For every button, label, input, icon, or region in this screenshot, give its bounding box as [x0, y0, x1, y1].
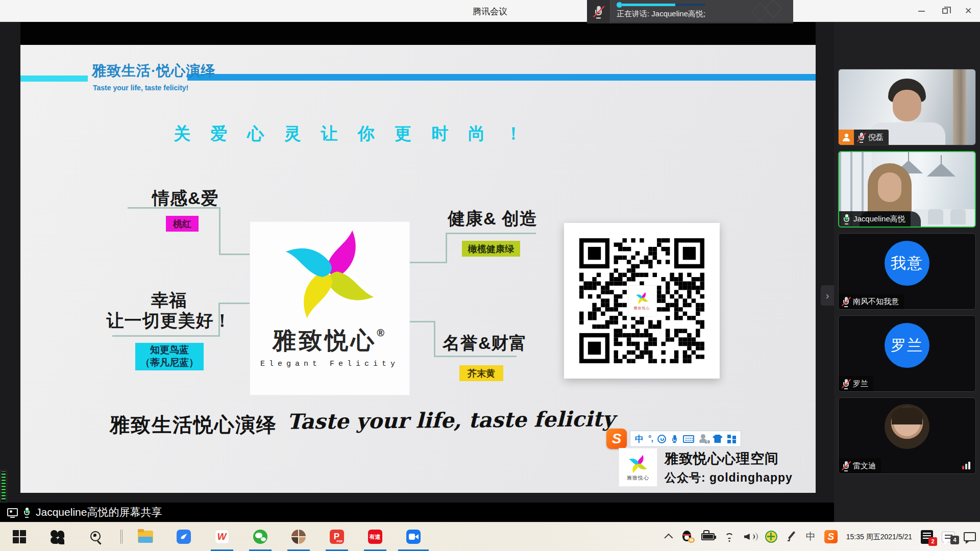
ime-toolbar: 中 °, 19	[630, 431, 741, 447]
folder-icon	[138, 531, 153, 543]
action-center-button[interactable]	[964, 532, 976, 541]
tray-expand-button[interactable]	[667, 534, 673, 540]
badge-peach-pink: 桃红	[166, 216, 199, 232]
person-icon	[842, 134, 850, 141]
taskbar-app-wps[interactable]: W	[203, 522, 241, 551]
participant-name-pill: 倪磊	[854, 130, 889, 145]
taskbar-clock[interactable]: 15:35 周五 2021/5/21	[846, 532, 912, 542]
sidebar-collapse-button[interactable]: ›	[821, 285, 834, 306]
wechat-account-id: 公众号: goldinghappy	[665, 470, 793, 486]
participant-tile[interactable]: 罗兰 罗兰	[838, 315, 976, 392]
window-title: 腾讯会议	[473, 6, 507, 17]
youdao-icon: 有道	[368, 530, 382, 544]
taskbar-app-thunder[interactable]	[164, 522, 203, 551]
connector	[446, 233, 447, 263]
taskbar-app-youdao[interactable]: 有道	[356, 522, 394, 551]
wechat-account-card: 雅致悦心 雅致悦心心理空间 公众号: goldinghappy	[619, 448, 793, 487]
qr-center-logo: 雅致悦心	[628, 285, 656, 317]
share-status-label: Jacqueline高悦的屏幕共享	[36, 505, 162, 519]
badge-tiffany-line2: （蒂凡尼蓝）	[140, 357, 199, 369]
mic-muted-icon	[842, 379, 850, 389]
tray-network[interactable]	[723, 532, 736, 542]
registered-mark: ®	[377, 327, 387, 338]
tray-chat-notifications[interactable]: 4	[942, 532, 955, 542]
ime-user-icon[interactable]: 19	[699, 434, 708, 443]
participant-tile[interactable]: 雷文迪	[838, 397, 976, 474]
participant-name-pill: Jacqueline高悦	[839, 211, 911, 227]
taskbar-app-360-browser[interactable]	[38, 522, 77, 551]
title-bar: 腾讯会议 ✕	[0, 0, 980, 22]
shared-slide: 雅致生活·悦心演绎 Taste your life, taste felicit…	[20, 45, 816, 493]
screen-share-icon	[7, 508, 18, 516]
speaker-icon	[744, 532, 756, 541]
participant-name: 雷文迪	[853, 461, 876, 471]
emoji-icon[interactable]	[657, 435, 666, 443]
start-button[interactable]	[0, 522, 38, 551]
pdf-sub-label: PDF	[337, 540, 343, 543]
mic-muted-icon	[842, 461, 850, 471]
ime-punctuation[interactable]: °,	[648, 434, 653, 443]
sogou-logo-icon[interactable]: S	[606, 429, 627, 449]
taskbar-app-photos[interactable]	[279, 522, 317, 551]
slide-tagline-en: Taste your life, taste felicity	[287, 407, 615, 434]
tray-antivirus[interactable]	[765, 531, 777, 543]
volume-fill	[622, 4, 675, 6]
restore-icon	[942, 8, 948, 14]
participant-name-pill: 雷文迪	[839, 458, 881, 473]
tray-doc-notifications[interactable]: 2	[921, 530, 933, 544]
voice-input-icon[interactable]	[671, 435, 678, 443]
pen-icon	[786, 531, 797, 542]
audio-level-meter	[0, 470, 7, 503]
participant-tile-active-speaker[interactable]: Jacqueline高悦	[838, 151, 976, 228]
participant-name: 罗兰	[853, 379, 868, 389]
minimize-button[interactable]	[910, 0, 933, 22]
tray-sogou[interactable]: S	[824, 530, 838, 543]
participant-name-pill: 罗兰	[839, 376, 873, 391]
volume-track	[675, 4, 705, 6]
taskbar-search-button[interactable]	[77, 522, 115, 551]
tray-qq[interactable]	[681, 531, 693, 543]
mic-live-icon	[23, 507, 31, 518]
taskbar-app-file-explorer[interactable]	[126, 522, 164, 551]
connector	[446, 233, 536, 234]
tray-volume[interactable]	[744, 532, 756, 541]
clock-date: 2021/5/21	[880, 532, 912, 542]
network-signal-icon	[962, 462, 970, 469]
antivirus-shield-icon	[765, 531, 777, 543]
participant-tile[interactable]: 倪磊	[838, 69, 976, 145]
speaking-banner: 正在讲话: Jacqueline高悦;	[587, 0, 793, 23]
action-center-icon	[964, 532, 976, 541]
taskbar-app-wechat[interactable]	[241, 522, 279, 551]
windows-taskbar: W PPDF 有道 中 S 15:35 周五 2021/5/21 2 4	[0, 522, 980, 551]
ime-mode-chinese[interactable]: 中	[635, 433, 644, 445]
brand-logo-latin: Elegant Felicity	[260, 360, 399, 368]
windows-logo-icon	[13, 530, 26, 543]
keyboard-icon[interactable]	[683, 435, 694, 443]
connector	[218, 303, 220, 337]
chevron-right-icon: ›	[826, 290, 829, 302]
skin-icon[interactable]	[713, 435, 723, 443]
pinwheel-logo-icon	[626, 453, 650, 474]
close-button[interactable]: ✕	[957, 0, 980, 22]
sogou-ime-bar: S 中 °, 19	[606, 429, 741, 449]
qr-code: 雅致悦心	[579, 238, 704, 363]
taskbar-app-tencent-meeting[interactable]	[394, 522, 432, 551]
pdf-icon: PPDF	[330, 530, 344, 544]
toolbox-grid-icon[interactable]	[727, 435, 736, 443]
taskbar-app-pdf[interactable]: PPDF	[317, 522, 356, 551]
tray-pen-input[interactable]	[786, 531, 797, 542]
connector	[112, 335, 220, 337]
sogou-icon: S	[824, 530, 838, 543]
tray-battery[interactable]	[701, 533, 715, 540]
volume-knob[interactable]	[617, 2, 622, 8]
participant-tile[interactable]: 我意 南风不知我意	[838, 233, 976, 310]
pinwheel-logo-icon	[276, 222, 384, 324]
avatar: 罗兰	[885, 323, 929, 368]
tray-ime-language[interactable]: 中	[806, 530, 816, 543]
restore-button[interactable]	[933, 0, 957, 22]
slide-brand-subtitle: Taste your life, taste felicity!	[93, 84, 188, 92]
banner-mic-cell[interactable]	[587, 0, 610, 23]
banner-main: 正在讲话: Jacqueline高悦;	[610, 0, 793, 23]
qr-code-card: 雅致悦心	[564, 223, 720, 379]
member-role-badge	[839, 130, 854, 145]
